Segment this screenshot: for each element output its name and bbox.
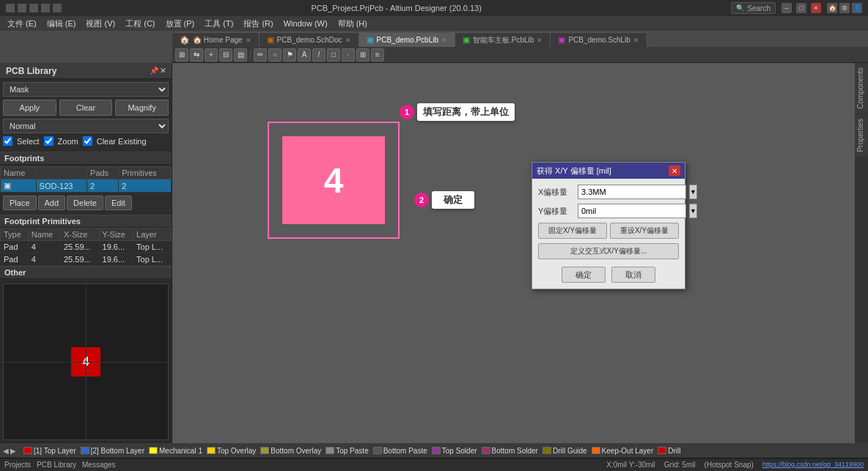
delete-button[interactable]: Delete [67, 196, 103, 210]
settings-icon[interactable]: ⚙ [839, 3, 850, 13]
y-offset-label: Y偏移量 [538, 206, 575, 217]
layer-item-top-paste[interactable]: Top Paste [326, 447, 368, 455]
tab-close-icon2[interactable]: ✕ [345, 37, 351, 44]
layer-item-bottom-overlay[interactable]: Bottom Overlay [260, 447, 321, 455]
maximize-button[interactable]: □ [796, 3, 806, 13]
y-offset-row: Y偏移量 ▼ [538, 204, 679, 218]
fp-preview: 4 [268, 122, 400, 239]
close-button[interactable]: ✕ [811, 3, 821, 13]
canvas-area[interactable]: 4 1 填写距离，带上单位 2 确定 ↓ 获得 X/Y 偏移量 [mil] [172, 63, 868, 443]
menu-help[interactable]: 帮助 (H) [334, 17, 372, 31]
left-panel: PCB Library 📌 ✕ Mask Apply Clear Magnify… [0, 63, 172, 443]
bottom-solder-label: Bottom Solder [492, 447, 538, 455]
rect-toolbar-btn[interactable]: □ [327, 48, 340, 62]
normal-dropdown[interactable]: Normal [3, 119, 169, 133]
magnify-button[interactable]: Magnify [115, 100, 169, 116]
messages-tab[interactable]: Messages [82, 461, 116, 469]
title-bar: PCB_Project.PrjPcb - Altium Designer (20… [0, 0, 868, 16]
split-toolbar-btn[interactable]: ⊟ [219, 48, 232, 62]
menu-file[interactable]: 文件 (E) [3, 17, 41, 31]
reset-offset-button[interactable]: 重设X/Y偏移量 [610, 223, 679, 239]
add-toolbar-btn[interactable]: + [205, 48, 218, 62]
chart-toolbar-btn[interactable]: ▤ [234, 48, 247, 62]
keepout-color [592, 447, 600, 454]
define-interactive-button[interactable]: 定义交互式X/Y偏移量... [538, 243, 679, 259]
layer-item-top[interactable]: [1] Top Layer [23, 447, 76, 455]
properties-tab[interactable]: Properties [855, 114, 868, 157]
mask-section: Mask Apply Clear Magnify Normal Select Z… [0, 79, 172, 152]
tab-pcb-pcblib[interactable]: ▣ PCB_demo.PcbLib ✕ [359, 32, 456, 47]
projects-tab[interactable]: Projects [4, 461, 31, 469]
tab-pcb-schdoc[interactable]: ▣ PCB_demo.SchDoc ✕ [260, 32, 359, 47]
fp-col-primitives: Primitives [119, 167, 172, 179]
tab-homepage[interactable]: 🏠 🏠 Home Page ✕ [172, 32, 260, 47]
grid-toolbar-btn[interactable]: ⊞ [356, 48, 369, 62]
line-toolbar-btn[interactable]: / [312, 48, 326, 62]
layer-item-mech[interactable]: Mechanical 1 [149, 447, 202, 455]
csdn-link[interactable]: https://blog.csdn.net/qq_34119900 [762, 461, 864, 469]
table-row[interactable]: ▣ SOD-123 2 2 [1, 179, 172, 193]
panel-close-icon[interactable]: ✕ [160, 67, 166, 75]
place-button[interactable]: Place [3, 196, 37, 210]
search-label[interactable]: Search [747, 4, 770, 12]
tab-close-icon[interactable]: ✕ [246, 37, 251, 44]
tab-close-icon4[interactable]: ✕ [537, 37, 542, 44]
tab-close-icon3[interactable]: ✕ [441, 37, 447, 44]
dot-toolbar-btn[interactable]: · [342, 48, 355, 62]
apply-button[interactable]: Apply [3, 100, 56, 116]
x-offset-input[interactable] [578, 185, 686, 199]
user-icon[interactable]: 👤 [852, 3, 862, 13]
layer-item-top-solder[interactable]: Top Solder [432, 447, 477, 455]
layer-item-bottom-paste[interactable]: Bottom Paste [373, 447, 427, 455]
clear-button[interactable]: Clear [59, 100, 113, 116]
panel-pin-icon[interactable]: 📌 [150, 67, 158, 75]
layers-toolbar-btn[interactable]: ≡ [371, 48, 384, 62]
text-toolbar-btn[interactable]: A [298, 48, 311, 62]
table-row[interactable]: Pad 4 25.59... 19.6... Top L... [1, 241, 172, 253]
tab-pcb-schlib[interactable]: ▣ PCB_demo.SchLib ✕ [551, 32, 647, 47]
components-tab[interactable]: Components [855, 63, 868, 114]
link-toolbar-btn[interactable]: ⇆ [190, 48, 203, 62]
menu-tools[interactable]: 工具 (T) [200, 17, 238, 31]
menu-window[interactable]: Window (W) [279, 18, 332, 29]
fix-offset-button[interactable]: 固定X/Y偏移量 [538, 223, 607, 239]
layer-item-drill-guide[interactable]: Drill Guide [542, 447, 587, 455]
layer-item-keepout[interactable]: Keep-Out Layer [592, 447, 654, 455]
circle-toolbar-btn[interactable]: ○ [268, 48, 282, 62]
mask-dropdown[interactable]: Mask [3, 82, 169, 97]
dialog-ok-button[interactable]: 确定 [562, 267, 606, 283]
menu-place[interactable]: 放置 (P) [161, 17, 199, 31]
layer-item-top-overlay[interactable]: Top Overlay [207, 447, 256, 455]
y-unit-button[interactable]: ▼ [689, 204, 697, 218]
top-solder-color [432, 447, 441, 454]
layer-item-bottom-solder[interactable]: Bottom Solder [482, 447, 538, 455]
flag-toolbar-btn[interactable]: ⚑ [283, 48, 296, 62]
x-unit-button[interactable]: ▼ [689, 185, 697, 199]
dialog-cancel-button[interactable]: 取消 [611, 267, 655, 283]
minimize-button[interactable]: – [781, 3, 792, 13]
layer-nav: ◀ ▶ [3, 447, 16, 455]
layer-item-bottom[interactable]: [2] Bottom Layer [81, 447, 144, 455]
layer-next-btn[interactable]: ▶ [10, 447, 16, 455]
prim-xsize-2: 25.59... [60, 253, 99, 266]
tab-smart-car[interactable]: ▣ 智能车主板.PcbLib ✕ [455, 32, 551, 47]
menu-project[interactable]: 工程 (C) [121, 17, 159, 31]
layer-item-drill[interactable]: Drill [658, 447, 680, 455]
pencil-toolbar-btn[interactable]: ✏ [254, 48, 267, 62]
add-button[interactable]: Add [38, 196, 66, 210]
menu-view[interactable]: 视图 (V) [81, 17, 119, 31]
menu-report[interactable]: 报告 (R) [239, 17, 277, 31]
dialog-close-button[interactable]: ✕ [669, 166, 680, 176]
menu-edit[interactable]: 编辑 (E) [43, 17, 81, 31]
edit-button[interactable]: Edit [105, 196, 132, 210]
layer-prev-btn[interactable]: ◀ [3, 447, 9, 455]
select-checkbox[interactable] [3, 136, 12, 146]
home-icon[interactable]: 🏠 [827, 3, 837, 13]
clear-existing-checkbox[interactable] [83, 136, 92, 146]
pcb-library-tab[interactable]: PCB Library [37, 461, 76, 469]
filter-toolbar-btn[interactable]: ⊞ [175, 48, 188, 62]
tab-close-icon5[interactable]: ✕ [633, 37, 639, 44]
zoom-checkbox[interactable] [44, 136, 54, 146]
y-offset-input[interactable] [578, 204, 686, 218]
table-row[interactable]: Pad 4 25.59... 19.6... Top L... [1, 253, 172, 266]
